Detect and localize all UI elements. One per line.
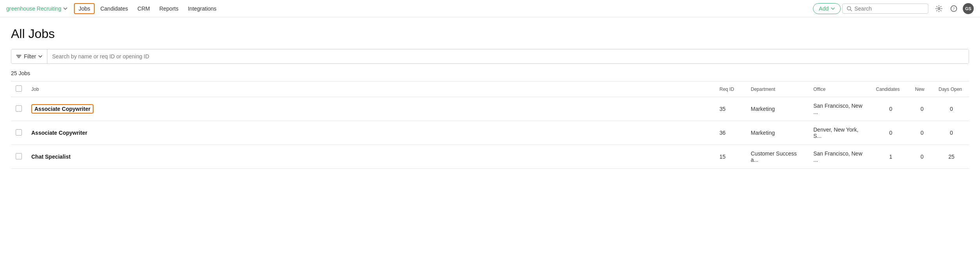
search-input[interactable] [854, 5, 924, 12]
req-id-cell: 15 [715, 145, 746, 169]
table-row: Chat Specialist15Customer Success a...Sa… [11, 145, 969, 169]
office-cell: Denver, New York, S... [809, 121, 871, 145]
candidates-cell: 1 [871, 145, 910, 169]
req-id-cell: 35 [715, 97, 746, 121]
th-days-open: Days Open [934, 81, 969, 97]
select-all-checkbox[interactable] [16, 85, 22, 92]
brand-chevron-icon [63, 6, 68, 11]
filter-button[interactable]: Filter [11, 49, 47, 63]
th-new: New [910, 81, 934, 97]
search-icon [847, 6, 852, 11]
new-cell: 0 [910, 97, 934, 121]
svg-point-2 [938, 7, 940, 9]
settings-button[interactable] [933, 3, 945, 14]
svg-text:?: ? [953, 7, 955, 11]
add-button[interactable]: Add [813, 3, 841, 14]
filter-label: Filter [24, 53, 36, 60]
days-open-cell: 0 [934, 121, 969, 145]
department-cell: Marketing [746, 97, 809, 121]
navbar: greenhouse Recruiting Jobs Candidates CR… [0, 0, 980, 17]
filter-chevron-icon [38, 54, 42, 58]
help-icon: ? [950, 5, 957, 12]
row-checkbox[interactable] [16, 153, 22, 159]
filter-bar: Filter [11, 49, 969, 64]
th-req-id: Req ID [715, 81, 746, 97]
search-bar[interactable] [842, 4, 928, 14]
filter-icon [16, 54, 22, 59]
nav-jobs[interactable]: Jobs [74, 3, 95, 14]
office-cell: San Francisco, New ... [809, 145, 871, 169]
add-label: Add [819, 5, 829, 12]
row-checkbox[interactable] [16, 129, 22, 136]
days-open-cell: 25 [934, 145, 969, 169]
th-job: Job [27, 81, 715, 97]
job-link[interactable]: Chat Specialist [31, 154, 70, 160]
row-checkbox[interactable] [16, 105, 22, 112]
days-open-cell: 0 [934, 97, 969, 121]
department-cell: Customer Success a... [746, 145, 809, 169]
page-content: All Jobs Filter 25 Jobs Job Req ID [0, 17, 980, 169]
avatar[interactable]: GS [963, 3, 974, 14]
brand-logo[interactable]: greenhouse Recruiting [6, 5, 68, 12]
th-checkbox[interactable] [11, 81, 27, 97]
table-row: Associate Copywriter35MarketingSan Franc… [11, 97, 969, 121]
chevron-down-icon [831, 7, 835, 11]
th-candidates: Candidates [871, 81, 910, 97]
help-button[interactable]: ? [948, 3, 960, 14]
nav-integrations[interactable]: Integrations [184, 4, 220, 13]
job-link-highlighted[interactable]: Associate Copywriter [31, 104, 94, 114]
department-cell: Marketing [746, 121, 809, 145]
new-cell: 0 [910, 145, 934, 169]
req-id-cell: 36 [715, 121, 746, 145]
th-department: Department [746, 81, 809, 97]
nav-candidates[interactable]: Candidates [96, 4, 132, 13]
filter-search-input[interactable] [47, 49, 969, 63]
th-office: Office [809, 81, 871, 97]
nav-icons: ? GS [933, 3, 974, 14]
svg-line-1 [851, 9, 852, 11]
nav-reports[interactable]: Reports [155, 4, 182, 13]
jobs-count: 25 Jobs [11, 70, 969, 76]
new-cell: 0 [910, 121, 934, 145]
job-link[interactable]: Associate Copywriter [31, 130, 87, 136]
candidates-cell: 0 [871, 97, 910, 121]
office-cell: San Francisco, New ... [809, 97, 871, 121]
page-title: All Jobs [11, 27, 969, 41]
candidates-cell: 0 [871, 121, 910, 145]
table-row: Associate Copywriter36MarketingDenver, N… [11, 121, 969, 145]
jobs-table: Job Req ID Department Office Candidates … [11, 81, 969, 169]
nav-crm[interactable]: CRM [133, 4, 154, 13]
gear-icon [935, 5, 942, 12]
brand-name: greenhouse Recruiting [6, 5, 61, 12]
